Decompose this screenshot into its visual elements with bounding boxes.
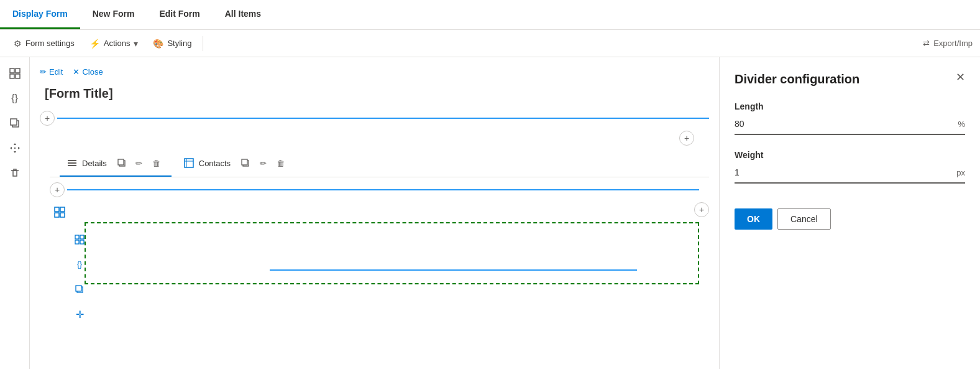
- paint-icon: 🎨: [153, 39, 163, 49]
- edit-bar: ✏ Edit ✕ Close: [40, 67, 709, 77]
- length-label: Length: [735, 101, 965, 111]
- ok-button[interactable]: OK: [735, 208, 772, 230]
- contacts-icon: [184, 158, 194, 168]
- sidebar-move-icon[interactable]: [4, 137, 26, 159]
- svg-rect-16: [242, 159, 247, 165]
- section-grid-icon[interactable]: [50, 202, 70, 222]
- styling-button[interactable]: 🎨 Styling: [147, 35, 198, 52]
- close-icon: ✕: [73, 67, 80, 77]
- export-import-button[interactable]: ⇄ Export/Imp: [923, 39, 973, 48]
- pencil-icon: ✏: [40, 67, 47, 77]
- actions-button[interactable]: ⚡ Actions ▾: [83, 35, 145, 52]
- svg-rect-0: [10, 68, 14, 73]
- weight-label: Weight: [735, 150, 965, 160]
- panel-actions: OK Cancel: [735, 208, 965, 230]
- tab2-edit-button[interactable]: ✏: [255, 156, 270, 170]
- add-inner-button[interactable]: +: [50, 182, 65, 197]
- tab2-actions: ✏ 🗑: [238, 156, 288, 170]
- tab-new-form[interactable]: New Form: [80, 0, 147, 29]
- svg-rect-19: [55, 213, 59, 217]
- edit-button[interactable]: ✏ Edit: [40, 67, 63, 77]
- weight-input[interactable]: [735, 165, 951, 180]
- panel-title: Divider configuration: [735, 72, 965, 86]
- length-field-group: Length %: [735, 101, 965, 135]
- svg-rect-18: [60, 207, 65, 212]
- cancel-button[interactable]: Cancel: [777, 208, 831, 230]
- form-settings-button[interactable]: ⚙ Form settings: [7, 35, 81, 52]
- tab-details[interactable]: Details ✏ 🗑: [60, 151, 172, 177]
- right-panel: ✕ Divider configuration Length % Weight …: [719, 57, 980, 369]
- svg-rect-11: [118, 159, 124, 165]
- svg-rect-20: [60, 213, 65, 217]
- add-top-button[interactable]: +: [40, 111, 55, 126]
- length-unit: %: [958, 119, 965, 129]
- hamburger-icon: [67, 159, 77, 167]
- sidebar-delete-icon[interactable]: [4, 162, 26, 184]
- inner-move-icon[interactable]: ✛: [68, 303, 91, 325]
- tab1-copy-button[interactable]: [114, 156, 129, 170]
- svg-rect-23: [75, 240, 79, 244]
- svg-rect-24: [80, 240, 84, 244]
- svg-rect-21: [75, 235, 79, 239]
- top-divider-line: [57, 118, 709, 119]
- inner-section-divider: [270, 269, 637, 271]
- section-with-icons: + {}: [50, 202, 709, 284]
- inner-code-icon[interactable]: {}: [68, 253, 91, 276]
- form-title: [Form Title]: [40, 86, 709, 101]
- panel-close-button[interactable]: ✕: [950, 67, 970, 87]
- close-button[interactable]: ✕ Close: [73, 67, 103, 77]
- section-plus-row: +: [40, 131, 709, 146]
- length-input-row: %: [735, 116, 965, 135]
- svg-rect-2: [10, 74, 14, 78]
- weight-field-group: Weight px: [735, 150, 965, 184]
- left-sidebar: {}: [0, 57, 30, 369]
- lightning-icon: ⚡: [89, 39, 100, 49]
- svg-rect-17: [55, 207, 59, 212]
- tab-contacts[interactable]: Contacts ✏ 🗑: [176, 151, 295, 177]
- export-icon: ⇄: [923, 39, 930, 48]
- inner-divider-area: + {}: [75, 202, 709, 284]
- gear-icon: ⚙: [14, 39, 22, 49]
- toolbar: ⚙ Form settings ⚡ Actions ▾ 🎨 Styling ⇄ …: [0, 30, 980, 57]
- tab2-copy-button[interactable]: [238, 156, 253, 170]
- top-nav: Display Form New Form Edit Form All Item…: [0, 0, 980, 30]
- tab1-edit-button[interactable]: ✏: [132, 156, 147, 170]
- top-divider-row: +: [40, 111, 709, 126]
- main-area: {} ✏ Edit: [0, 57, 980, 369]
- sidebar-copy-icon[interactable]: [4, 112, 26, 134]
- svg-rect-5: [11, 119, 17, 125]
- svg-rect-12: [185, 159, 193, 167]
- tabs-row: Details ✏ 🗑: [50, 151, 709, 177]
- svg-rect-22: [80, 235, 84, 239]
- add-section-button[interactable]: +: [679, 131, 694, 146]
- add-inner2-button[interactable]: +: [694, 202, 709, 217]
- chevron-down-icon: ▾: [134, 39, 138, 49]
- toolbar-separator: [203, 36, 203, 51]
- weight-input-row: px: [735, 165, 965, 184]
- svg-rect-26: [76, 286, 81, 291]
- weight-unit: px: [956, 168, 965, 177]
- tab-edit-form[interactable]: Edit Form: [147, 0, 212, 29]
- svg-rect-6: [13, 170, 17, 176]
- inner-grid-icon[interactable]: [68, 228, 91, 251]
- tab-all-items[interactable]: All Items: [213, 0, 273, 29]
- sidebar-code-icon[interactable]: {}: [4, 87, 26, 110]
- dashed-section: {} ✛: [85, 222, 699, 284]
- svg-rect-1: [16, 68, 20, 73]
- tab1-actions: ✏ 🗑: [114, 156, 164, 170]
- form-canvas: ✏ Edit ✕ Close [Form Title] + +: [30, 57, 719, 369]
- svg-rect-3: [16, 74, 20, 78]
- tab1-delete-button[interactable]: 🗑: [149, 156, 164, 170]
- inner-copy-icon[interactable]: [68, 278, 91, 301]
- tabs-section: Details ✏ 🗑: [40, 151, 709, 177]
- tab-display-form[interactable]: Display Form: [0, 0, 80, 29]
- length-input[interactable]: [735, 116, 953, 131]
- sidebar-grid-icon[interactable]: [4, 62, 26, 85]
- tab2-delete-button[interactable]: 🗑: [273, 156, 288, 170]
